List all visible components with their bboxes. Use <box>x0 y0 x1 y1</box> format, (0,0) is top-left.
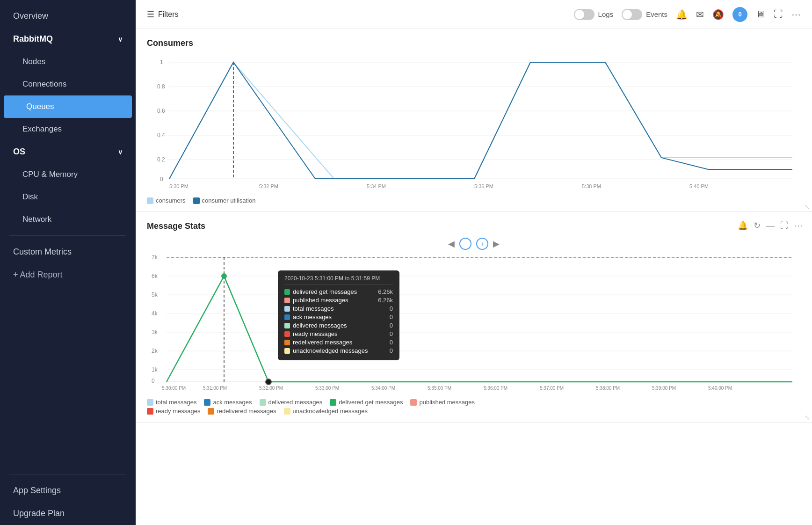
topbar: ☰ Filters Logs Events 🔔 ✉ 🔕 0 🖥 ⛶ ⋯ <box>136 0 812 29</box>
legend-total-messages: total messages <box>147 399 196 406</box>
message-stats-legend-row2: ready messages redelivered messages unac… <box>147 408 801 415</box>
svg-text:0: 0 <box>160 176 163 182</box>
consumers-legend-item-0: consumers <box>147 197 186 204</box>
sidebar-item-cpu-memory[interactable]: CPU & Memory <box>0 163 136 186</box>
expand-icon[interactable]: ⛶ <box>774 9 783 20</box>
legend-delivered-messages: delivered messages <box>260 399 323 406</box>
main-content: ☰ Filters Logs Events 🔔 ✉ 🔕 0 🖥 ⛶ ⋯ <box>136 0 812 525</box>
sidebar-item-app-settings[interactable]: App Settings <box>0 479 136 502</box>
sidebar-item-rabbitmq[interactable]: RabbitMQ ∨ <box>0 28 136 51</box>
topbar-controls: Logs Events 🔔 ✉ 🔕 0 🖥 ⛶ ⋯ <box>574 7 801 22</box>
svg-text:5:32:00 PM: 5:32:00 PM <box>259 386 283 391</box>
events-toggle[interactable] <box>622 9 642 20</box>
consumers-chart-svg-wrapper: 1 0.8 0.6 0.4 0.2 0 5:30 PM 5:32 PM <box>147 55 801 192</box>
consumers-legend: consumers consumer utilisation <box>147 197 801 204</box>
sidebar-item-overview[interactable]: Overview <box>0 5 136 28</box>
email-icon[interactable]: ✉ <box>696 9 704 20</box>
message-stats-chart-svg: 7k 6k 5k 4k 3k 2k 1k 0 <box>147 252 802 392</box>
monitor-icon[interactable]: 🖥 <box>756 9 765 20</box>
chevron-down-icon: ∨ <box>118 148 123 156</box>
svg-text:5:34 PM: 5:34 PM <box>367 183 386 189</box>
events-label: Events <box>646 10 667 18</box>
badge-button[interactable]: 0 <box>732 7 747 22</box>
svg-text:5:32 PM: 5:32 PM <box>259 183 278 189</box>
more-options-icon[interactable]: ⋯ <box>794 220 803 231</box>
sidebar-item-disk[interactable]: Disk <box>0 186 136 208</box>
sidebar-item-upgrade-plan[interactable]: Upgrade Plan <box>0 502 136 525</box>
logs-toggle[interactable] <box>574 9 594 20</box>
svg-text:0: 0 <box>152 378 155 384</box>
sidebar-divider <box>9 235 126 236</box>
consumers-legend-color-1 <box>193 197 200 204</box>
zoom-prev-button[interactable]: ◀ <box>448 239 455 249</box>
minimize-icon[interactable]: — <box>766 221 775 231</box>
logs-label: Logs <box>598 10 614 18</box>
zoom-controls: ◀ − + ▶ <box>147 238 801 250</box>
zoom-out-button[interactable]: − <box>459 238 471 250</box>
message-stats-chart-controls: 🔔 ↻ — ⛶ ⋯ <box>738 220 803 231</box>
svg-text:5:30 PM: 5:30 PM <box>169 183 188 189</box>
message-stats-legend-row1: total messages ack messages delivered me… <box>147 399 801 406</box>
sidebar-divider-bottom <box>9 474 126 474</box>
sidebar-item-queues[interactable]: Queues <box>4 95 132 118</box>
legend-redelivered-messages: redelivered messages <box>208 408 276 415</box>
consumers-chart-title: Consumers <box>147 38 801 48</box>
consumers-legend-item-1: consumer utilisation <box>193 197 256 204</box>
filter-icon: ☰ <box>147 9 154 20</box>
svg-text:1: 1 <box>160 59 163 66</box>
alert-icon[interactable]: 🔔 <box>738 220 748 231</box>
svg-text:6k: 6k <box>152 273 158 279</box>
consumers-legend-color-0 <box>147 197 153 204</box>
consumers-chart-svg: 1 0.8 0.6 0.4 0.2 0 5:30 PM 5:32 PM <box>147 55 802 190</box>
more-icon[interactable]: ⋯ <box>791 9 801 20</box>
legend-published-messages: published messages <box>410 399 475 406</box>
sidebar-item-network[interactable]: Network <box>0 208 136 231</box>
zoom-in-button[interactable]: + <box>476 238 488 250</box>
svg-text:7k: 7k <box>152 254 158 261</box>
svg-text:4k: 4k <box>152 310 158 317</box>
filters-button[interactable]: ☰ Filters <box>147 9 179 20</box>
message-stats-chart-panel: Message Stats 🔔 ↻ — ⛶ ⋯ ◀ − + ▶ 7k 6k <box>136 212 812 423</box>
fullscreen-icon[interactable]: ⛶ <box>780 221 789 231</box>
legend-ack-messages: ack messages <box>204 399 252 406</box>
svg-text:5:35:00 PM: 5:35:00 PM <box>428 386 451 391</box>
svg-text:5:33:00 PM: 5:33:00 PM <box>315 386 339 391</box>
sidebar-item-connections[interactable]: Connections <box>0 73 136 95</box>
svg-text:0.4: 0.4 <box>157 132 165 139</box>
charts-area: Consumers 1 0.8 0.6 0.4 0.2 0 <box>136 29 812 525</box>
svg-text:1k: 1k <box>152 366 158 373</box>
svg-text:5:37:00 PM: 5:37:00 PM <box>540 386 564 391</box>
resize-handle-2[interactable]: ⤡ <box>805 414 810 421</box>
resize-handle[interactable]: ⤡ <box>805 203 810 211</box>
svg-text:3k: 3k <box>152 329 158 335</box>
legend-unacknowledged-messages: unacknowledged messages <box>284 408 368 415</box>
sidebar-item-nodes[interactable]: Nodes <box>0 51 136 73</box>
snooze-icon[interactable]: 🔕 <box>712 9 724 20</box>
bell-icon[interactable]: 🔔 <box>676 9 688 20</box>
sidebar-item-os[interactable]: OS ∨ <box>0 140 136 163</box>
svg-text:5:38 PM: 5:38 PM <box>582 183 601 189</box>
sidebar-item-custom-metrics[interactable]: Custom Metrics <box>0 241 136 263</box>
sidebar-item-exchanges[interactable]: Exchanges <box>0 118 136 140</box>
svg-text:5k: 5k <box>152 292 158 298</box>
chart-peak-dot <box>221 273 227 279</box>
zoom-next-button[interactable]: ▶ <box>493 239 500 249</box>
message-stats-chart-svg-wrapper: 7k 6k 5k 4k 3k 2k 1k 0 <box>147 252 801 394</box>
legend-ready-messages: ready messages <box>147 408 200 415</box>
sidebar-bottom: App Settings Upgrade Plan <box>0 469 136 525</box>
svg-text:5:34:00 PM: 5:34:00 PM <box>371 386 395 391</box>
svg-text:5:36:00 PM: 5:36:00 PM <box>484 386 507 391</box>
svg-text:5:31:00 PM: 5:31:00 PM <box>203 386 227 391</box>
sidebar-item-add-report[interactable]: + Add Report <box>0 263 136 286</box>
sidebar: Overview RabbitMQ ∨ Nodes Connections Qu… <box>0 0 136 525</box>
events-toggle-group: Events <box>622 9 667 20</box>
svg-text:0.6: 0.6 <box>157 108 165 114</box>
svg-text:5:40:00 PM: 5:40:00 PM <box>708 386 732 391</box>
refresh-icon[interactable]: ↻ <box>754 220 761 231</box>
svg-text:5:39:00 PM: 5:39:00 PM <box>652 386 676 391</box>
svg-text:5:30:00 PM: 5:30:00 PM <box>162 386 186 391</box>
chart-bottom-dot <box>266 379 271 385</box>
message-stats-chart-title: Message Stats <box>147 221 801 231</box>
svg-text:0.8: 0.8 <box>157 83 165 90</box>
svg-text:2k: 2k <box>152 348 158 354</box>
